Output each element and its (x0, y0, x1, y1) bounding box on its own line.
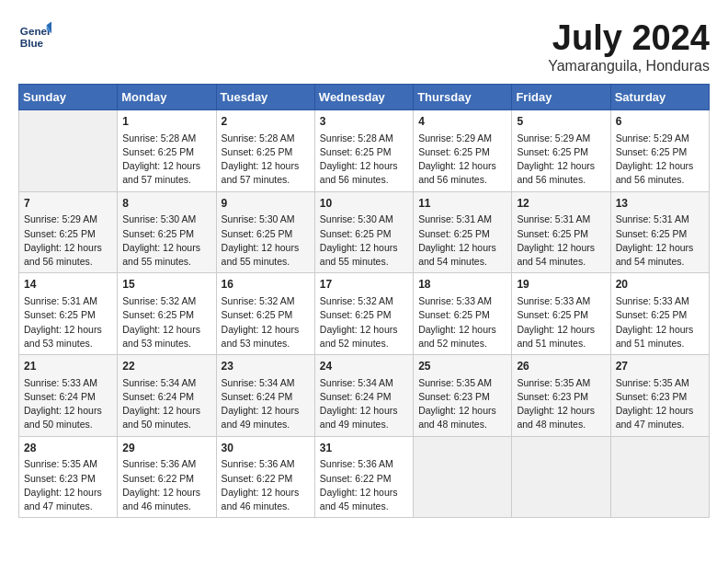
calendar-cell: 12Sunrise: 5:31 AMSunset: 6:25 PMDayligh… (512, 191, 610, 273)
day-number: 3 (320, 114, 408, 130)
calendar-cell: 24Sunrise: 5:34 AMSunset: 6:24 PMDayligh… (314, 355, 413, 437)
logo-icon: General Blue (18, 18, 51, 52)
day-number: 7 (24, 196, 112, 212)
calendar-cell: 23Sunrise: 5:34 AMSunset: 6:24 PMDayligh… (216, 355, 314, 437)
day-number: 30 (222, 441, 310, 456)
day-number: 10 (320, 196, 408, 212)
logo: General Blue (18, 18, 51, 52)
cell-content: Sunrise: 5:34 AMSunset: 6:24 PMDaylight:… (222, 376, 310, 432)
header-row: SundayMondayTuesdayWednesdayThursdayFrid… (19, 85, 710, 110)
cell-content: Sunrise: 5:29 AMSunset: 6:25 PMDaylight:… (616, 132, 704, 188)
svg-text:Blue: Blue (20, 37, 44, 49)
cell-content: Sunrise: 5:33 AMSunset: 6:25 PMDaylight:… (418, 294, 506, 350)
calendar-cell: 4Sunrise: 5:29 AMSunset: 6:25 PMDaylight… (414, 110, 512, 192)
calendar-cell: 20Sunrise: 5:33 AMSunset: 6:25 PMDayligh… (610, 273, 709, 355)
calendar-cell: 29Sunrise: 5:36 AMSunset: 6:22 PMDayligh… (118, 436, 216, 518)
calendar-cell: 8Sunrise: 5:30 AMSunset: 6:25 PMDaylight… (118, 191, 216, 273)
calendar-cell: 3Sunrise: 5:28 AMSunset: 6:25 PMDaylight… (314, 110, 413, 192)
day-number: 23 (222, 359, 310, 374)
week-row-2: 7Sunrise: 5:29 AMSunset: 6:25 PMDaylight… (19, 191, 710, 273)
calendar-cell (512, 436, 610, 518)
day-number: 17 (320, 277, 408, 293)
calendar-cell: 1Sunrise: 5:28 AMSunset: 6:25 PMDaylight… (118, 110, 216, 192)
calendar-cell: 7Sunrise: 5:29 AMSunset: 6:25 PMDaylight… (19, 191, 118, 273)
calendar-cell: 16Sunrise: 5:32 AMSunset: 6:25 PMDayligh… (216, 273, 314, 355)
calendar-cell: 13Sunrise: 5:31 AMSunset: 6:25 PMDayligh… (610, 191, 709, 273)
calendar-cell (19, 110, 118, 192)
header-friday: Friday (512, 85, 610, 110)
cell-content: Sunrise: 5:35 AMSunset: 6:23 PMDaylight:… (616, 376, 704, 432)
cell-content: Sunrise: 5:35 AMSunset: 6:23 PMDaylight:… (418, 376, 506, 432)
day-number: 31 (320, 441, 408, 456)
day-number: 29 (122, 441, 210, 456)
header-saturday: Saturday (610, 85, 709, 110)
week-row-1: 1Sunrise: 5:28 AMSunset: 6:25 PMDaylight… (19, 110, 710, 192)
calendar-cell: 18Sunrise: 5:33 AMSunset: 6:25 PMDayligh… (414, 273, 512, 355)
day-number: 21 (24, 359, 112, 374)
calendar-cell: 14Sunrise: 5:31 AMSunset: 6:25 PMDayligh… (19, 273, 118, 355)
day-number: 28 (24, 441, 112, 456)
calendar-cell: 27Sunrise: 5:35 AMSunset: 6:23 PMDayligh… (610, 355, 709, 437)
week-row-5: 28Sunrise: 5:35 AMSunset: 6:23 PMDayligh… (19, 436, 710, 518)
cell-content: Sunrise: 5:31 AMSunset: 6:25 PMDaylight:… (517, 213, 605, 269)
day-number: 2 (222, 114, 310, 130)
cell-content: Sunrise: 5:28 AMSunset: 6:25 PMDaylight:… (320, 132, 408, 188)
day-number: 6 (616, 114, 704, 130)
day-number: 13 (616, 196, 704, 212)
day-number: 1 (122, 114, 210, 130)
header-tuesday: Tuesday (216, 85, 314, 110)
day-number: 8 (122, 196, 210, 212)
day-number: 20 (616, 277, 704, 293)
calendar-cell: 21Sunrise: 5:33 AMSunset: 6:24 PMDayligh… (19, 355, 118, 437)
cell-content: Sunrise: 5:31 AMSunset: 6:25 PMDaylight:… (24, 294, 112, 350)
calendar-cell: 31Sunrise: 5:36 AMSunset: 6:22 PMDayligh… (314, 436, 413, 518)
calendar-cell: 11Sunrise: 5:31 AMSunset: 6:25 PMDayligh… (414, 191, 512, 273)
day-number: 26 (517, 359, 605, 374)
location: Yamaranguila, Honduras (548, 58, 710, 75)
day-number: 11 (418, 196, 506, 212)
cell-content: Sunrise: 5:30 AMSunset: 6:25 PMDaylight:… (222, 213, 310, 269)
day-number: 19 (517, 277, 605, 293)
calendar-cell: 25Sunrise: 5:35 AMSunset: 6:23 PMDayligh… (414, 355, 512, 437)
day-number: 25 (418, 359, 506, 374)
cell-content: Sunrise: 5:33 AMSunset: 6:25 PMDaylight:… (517, 294, 605, 350)
title-block: July 2024 Yamaranguila, Honduras (548, 18, 710, 75)
day-number: 22 (122, 359, 210, 374)
calendar-cell (414, 436, 512, 518)
day-number: 5 (517, 114, 605, 130)
header-sunday: Sunday (19, 85, 118, 110)
month-title: July 2024 (548, 18, 710, 58)
day-number: 4 (418, 114, 506, 130)
calendar-cell: 6Sunrise: 5:29 AMSunset: 6:25 PMDaylight… (610, 110, 709, 192)
header-thursday: Thursday (414, 85, 512, 110)
cell-content: Sunrise: 5:36 AMSunset: 6:22 PMDaylight:… (122, 457, 210, 513)
cell-content: Sunrise: 5:35 AMSunset: 6:23 PMDaylight:… (24, 457, 112, 513)
cell-content: Sunrise: 5:36 AMSunset: 6:22 PMDaylight:… (222, 457, 310, 513)
cell-content: Sunrise: 5:34 AMSunset: 6:24 PMDaylight:… (122, 376, 210, 432)
cell-content: Sunrise: 5:32 AMSunset: 6:25 PMDaylight:… (122, 294, 210, 350)
cell-content: Sunrise: 5:31 AMSunset: 6:25 PMDaylight:… (616, 213, 704, 269)
cell-content: Sunrise: 5:35 AMSunset: 6:23 PMDaylight:… (517, 376, 605, 432)
calendar-cell: 28Sunrise: 5:35 AMSunset: 6:23 PMDayligh… (19, 436, 118, 518)
calendar-cell: 5Sunrise: 5:29 AMSunset: 6:25 PMDaylight… (512, 110, 610, 192)
cell-content: Sunrise: 5:36 AMSunset: 6:22 PMDaylight:… (320, 457, 408, 513)
day-number: 12 (517, 196, 605, 212)
day-number: 27 (616, 359, 704, 374)
cell-content: Sunrise: 5:34 AMSunset: 6:24 PMDaylight:… (320, 376, 408, 432)
calendar-cell: 22Sunrise: 5:34 AMSunset: 6:24 PMDayligh… (118, 355, 216, 437)
cell-content: Sunrise: 5:30 AMSunset: 6:25 PMDaylight:… (122, 213, 210, 269)
calendar-cell: 9Sunrise: 5:30 AMSunset: 6:25 PMDaylight… (216, 191, 314, 273)
cell-content: Sunrise: 5:28 AMSunset: 6:25 PMDaylight:… (222, 132, 310, 188)
day-number: 24 (320, 359, 408, 374)
header-wednesday: Wednesday (314, 85, 413, 110)
cell-content: Sunrise: 5:29 AMSunset: 6:25 PMDaylight:… (418, 132, 506, 188)
calendar-cell: 26Sunrise: 5:35 AMSunset: 6:23 PMDayligh… (512, 355, 610, 437)
calendar-cell: 30Sunrise: 5:36 AMSunset: 6:22 PMDayligh… (216, 436, 314, 518)
week-row-4: 21Sunrise: 5:33 AMSunset: 6:24 PMDayligh… (19, 355, 710, 437)
day-number: 18 (418, 277, 506, 293)
page-header: General Blue July 2024 Yamaranguila, Hon… (18, 18, 710, 75)
cell-content: Sunrise: 5:29 AMSunset: 6:25 PMDaylight:… (24, 213, 112, 269)
cell-content: Sunrise: 5:33 AMSunset: 6:25 PMDaylight:… (616, 294, 704, 350)
day-number: 14 (24, 277, 112, 293)
day-number: 9 (222, 196, 310, 212)
